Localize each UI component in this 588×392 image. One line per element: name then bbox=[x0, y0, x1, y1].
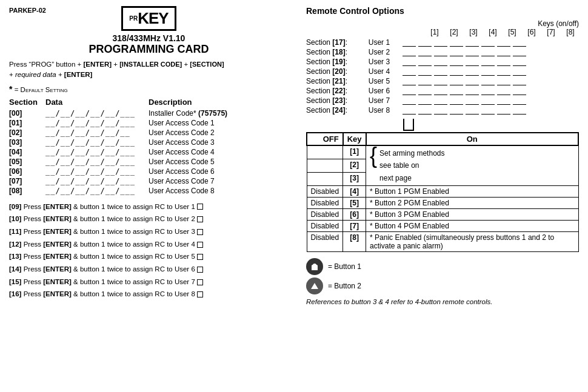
off-key-row: Disabled [7] * Button 4 PGM Enabled bbox=[307, 221, 578, 232]
slot-line bbox=[403, 77, 416, 85]
table-row: [00] __/__/__/__/__/___ Installer Code* … bbox=[9, 108, 300, 118]
slot-line bbox=[513, 58, 526, 66]
slot-line bbox=[450, 48, 463, 56]
off-key-row: Disabled [8] * Panic Enabled (simultaneo… bbox=[307, 232, 578, 252]
slot-line bbox=[513, 67, 526, 76]
section-num: [03] bbox=[9, 138, 22, 147]
slot-line bbox=[481, 58, 495, 66]
slot-line bbox=[434, 58, 447, 66]
desc-text: User Access Code 8 bbox=[149, 187, 215, 195]
section-num: [05] bbox=[9, 158, 22, 166]
desc-text: User Access Code 2 bbox=[149, 128, 215, 137]
user-row: Section [17]: User 1 bbox=[306, 38, 579, 47]
slot-line bbox=[403, 87, 416, 95]
table-row: [06] __/__/__/__/__/___ User Access Code… bbox=[9, 167, 300, 176]
off-key-row: Disabled [4] * Button 1 PGM Enabled bbox=[307, 186, 578, 198]
user-slots bbox=[403, 48, 579, 56]
assign-row: [15] Press [ENTER] & button 1 twice to a… bbox=[9, 276, 300, 288]
slot-line bbox=[481, 106, 495, 115]
off-key-row: [1] { Set arming methods see table on ne… bbox=[307, 145, 578, 159]
slot-line bbox=[497, 48, 510, 56]
desc-text: Installer Code* (757575) bbox=[149, 109, 227, 118]
assign-row: [16] Press [ENTER] & button 1 twice to a… bbox=[9, 288, 300, 301]
key-number: [1] bbox=[426, 28, 443, 36]
desc-text: User Access Code 5 bbox=[149, 158, 215, 166]
slot-line bbox=[418, 87, 432, 95]
data-line: __/__/__/__/__/___ bbox=[45, 138, 135, 147]
user-slots bbox=[403, 106, 579, 115]
key-number: [6] bbox=[523, 28, 540, 36]
slot-line bbox=[466, 58, 479, 66]
slot-line bbox=[450, 106, 463, 115]
slot-line bbox=[434, 67, 447, 76]
table-row: [03] __/__/__/__/__/___ User Access Code… bbox=[9, 138, 300, 147]
slot-line bbox=[513, 38, 526, 47]
slot-line bbox=[418, 77, 432, 85]
slot-line bbox=[434, 38, 447, 47]
desc-text: User Access Code 7 bbox=[149, 177, 215, 185]
slot-line bbox=[403, 106, 416, 115]
logo-pr: PR bbox=[129, 15, 138, 22]
slot-line bbox=[434, 77, 447, 85]
col-description: Description bbox=[149, 98, 300, 108]
assign-row: [13] Press [ENTER] & button 1 twice to a… bbox=[9, 250, 300, 263]
rp-title: Remote Control Options bbox=[306, 6, 579, 16]
user-row: Section [20]: User 4 bbox=[306, 67, 579, 76]
data-line: __/__/__/__/__/___ bbox=[45, 148, 135, 156]
parkep-label: PARKEP-02 bbox=[9, 7, 46, 14]
desc-text: User Access Code 3 bbox=[149, 138, 215, 147]
desc-text: User Access Code 6 bbox=[149, 167, 215, 176]
slot-line bbox=[497, 106, 510, 115]
slot-line bbox=[481, 48, 495, 56]
off-key-row: Disabled [6] * Button 3 PGM Enabled bbox=[307, 209, 578, 221]
slot-line bbox=[450, 67, 463, 76]
slot-line bbox=[450, 96, 463, 105]
slot-line bbox=[481, 38, 495, 47]
table-row: [04] __/__/__/__/__/___ User Access Code… bbox=[9, 147, 300, 157]
data-line: __/__/__/__/__/___ bbox=[45, 187, 135, 195]
slot-line bbox=[466, 67, 479, 76]
slot-line bbox=[418, 96, 432, 105]
slot-line bbox=[403, 38, 416, 47]
user-slots bbox=[403, 77, 579, 85]
key-number: [7] bbox=[543, 28, 560, 36]
user-slots bbox=[403, 87, 579, 95]
slot-line bbox=[418, 48, 432, 56]
slot-line bbox=[497, 38, 510, 47]
slot-line bbox=[434, 48, 447, 56]
slot-line bbox=[466, 77, 479, 85]
col-section: Section bbox=[9, 98, 45, 108]
col-data: Data bbox=[45, 98, 149, 108]
slot-line bbox=[466, 48, 479, 56]
table-row: [01] __/__/__/__/__/___ User Access Code… bbox=[9, 118, 300, 128]
data-line: __/__/__/__/__/___ bbox=[45, 177, 135, 185]
slot-line bbox=[513, 77, 526, 85]
key-number: [4] bbox=[484, 28, 501, 36]
off-header: OFF bbox=[307, 133, 343, 145]
table-row: [08] __/__/__/__/__/___ User Access Code… bbox=[9, 186, 300, 196]
section-num: [00] bbox=[9, 109, 22, 118]
button1-label: = Button 1 bbox=[328, 262, 361, 271]
slot-line bbox=[513, 96, 526, 105]
slot-line bbox=[418, 58, 432, 66]
slot-line bbox=[403, 67, 416, 76]
data-line: __/__/__/__/__/__ bbox=[45, 128, 130, 137]
slot-line bbox=[434, 96, 447, 105]
slot-line bbox=[497, 77, 510, 85]
user-slots bbox=[403, 38, 579, 47]
slot-line bbox=[450, 77, 463, 85]
section-num: [06] bbox=[9, 167, 22, 176]
off-key-table: OFF Key On [1] { Set arming methods see … bbox=[306, 132, 579, 252]
button2-icon bbox=[306, 277, 323, 294]
table-row: [07] __/__/__/__/__/___ User Access Code… bbox=[9, 176, 300, 186]
slot-line bbox=[418, 67, 432, 76]
button2-label: = Button 2 bbox=[328, 282, 361, 290]
rp-user-table: Section [17]: User 1 Section [18]: User … bbox=[306, 38, 579, 115]
user-slots bbox=[403, 96, 579, 105]
key-number: [3] bbox=[465, 28, 482, 36]
slot-line bbox=[434, 87, 447, 95]
key-number: [8] bbox=[562, 28, 579, 36]
table-row: [05] __/__/__/__/__/___ User Access Code… bbox=[9, 157, 300, 167]
logo-text: KEY bbox=[138, 9, 168, 28]
user-row: Section [18]: User 2 bbox=[306, 47, 579, 57]
